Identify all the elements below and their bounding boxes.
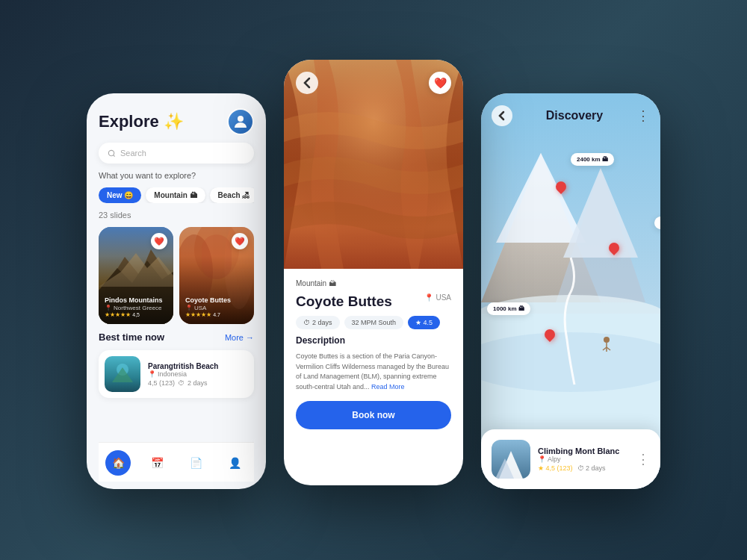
back-button[interactable] [296,72,318,94]
badge-2400-text: 2400 km 🏔 [577,156,608,163]
badge-1000-text: 1000 km 🏔 [493,305,524,312]
svg-point-0 [238,116,244,122]
nav-home[interactable]: 🏠 [105,450,131,476]
detail-meta: ⏱2 days 32 MPM South ★ 4.5 [296,316,451,329]
detail-heart-btn[interactable]: ❤️ [429,72,451,94]
discovery-bottom-card[interactable]: Climbing Mont Blanc 📍Alpy ★ 4,5 (123) ⏱ … [481,429,660,489]
heart-btn-coyote[interactable]: ❤️ [232,233,248,249]
tags-row: New 😄 Mountain 🏔 Beach 🏖 Campi... [99,187,254,203]
explore-header: Explore ✨ [99,108,254,135]
search-placeholder: Search [120,149,146,158]
discovery-back-btn[interactable] [492,105,512,126]
heart-btn-pindos[interactable]: ❤️ [151,233,167,249]
discovery-header: Discovery ⋮ [481,93,660,134]
card-coyote[interactable]: ❤️ Coyote Buttes 📍USA ★★★★★ 4.7 [179,227,254,324]
duration-pill: ⏱2 days [296,316,340,329]
nav-document[interactable]: 📄 [183,450,208,476]
phone-discovery: Discovery ⋮ 2400 km 🏔 1800 km 🏔 1000 km … [481,93,660,489]
beach-location: 📍Indonesia [148,370,248,378]
detail-title: Coyote Buttes [296,293,392,310]
mont-info: Climbing Mont Blanc 📍Alpy ★ 4,5 (123) ⏱ … [538,447,629,472]
search-icon [108,149,116,158]
detail-content: Mountain 🏔 Coyote Buttes 📍USA ⏱2 days 32… [284,269,463,441]
svg-point-1 [108,150,114,155]
card-location-coyote: 📍USA [185,305,231,311]
explore-title: Explore ✨ [99,112,184,131]
card-options-btn[interactable]: ⋮ [636,451,650,467]
explore-sparkle-icon: ✨ [164,112,184,131]
detail-location: 📍USA [424,293,451,302]
explore-subtitle: What you want to explore? [99,171,254,180]
card-info-coyote: Coyote Buttes 📍USA ★★★★★ 4.7 [185,296,231,318]
more-options-btn[interactable]: ⋮ [636,108,650,124]
nav-profile[interactable]: 👤 [222,450,247,476]
card-stars-pindos: ★★★★★ 4,5 [105,311,163,318]
pin-1 [556,181,566,192]
search-bar[interactable]: Search [99,143,254,164]
svg-line-2 [114,155,115,156]
slides-count: 23 slides [99,211,254,220]
tag-new[interactable]: New 😄 [99,187,141,203]
mont-meta: ★ 4,5 (123) ⏱ 2 days [538,464,629,472]
card-stars-coyote: ★★★★★ 4.7 [185,311,231,318]
card-pindos[interactable]: ❤️ Pindos Mountains 📍Northwest Greece ★★… [99,227,173,324]
beach-info: Parangtritish Beach 📍Indonesia 4,5 (123)… [148,362,248,387]
read-more-link[interactable]: Read More [371,383,405,391]
beach-card[interactable]: Parangtritish Beach 📍Indonesia 4,5 (123)… [99,350,254,398]
card-info-pindos: Pindos Mountains 📍Northwest Greece ★★★★★… [105,296,163,318]
tag-mountain[interactable]: Mountain 🏔 [146,187,205,203]
nav-calendar[interactable]: 📅 [144,450,170,476]
canyon-hero: ❤️ [284,60,463,269]
avatar[interactable] [227,108,254,135]
best-time-title: Best time now [99,332,164,343]
beach-image [105,356,140,392]
mont-thumbnail [492,440,530,479]
beach-thumbnail [105,356,140,392]
description-text: Coyote Buttes is a section of the Paria … [296,352,451,392]
card-name-coyote: Coyote Buttes [185,296,231,305]
explore-title-text: Explore [99,112,159,131]
category-tag: Mountain 🏔 [296,279,451,287]
card-name-pindos: Pindos Mountains [105,296,163,305]
discovery-title: Discovery [546,109,604,122]
mont-name: Climbing Mont Blanc [538,447,629,455]
mont-location: 📍Alpy [538,455,629,463]
card-location-pindos: 📍Northwest Greece [105,305,163,311]
phone-detail: ❤️ Mountain 🏔 Coyote Buttes 📍USA ⏱2 days… [284,60,463,485]
best-time-header: Best time now More → [99,332,254,343]
mont-image [492,440,530,479]
rating-pill: ★ 4.5 [408,316,440,329]
direction-pill: 32 MPM South [344,316,404,329]
destination-cards: ❤️ Pindos Mountains 📍Northwest Greece ★★… [99,227,254,324]
description-title: Description [296,335,451,346]
book-now-button[interactable]: Book now [296,401,451,429]
bottom-nav: 🏠 📅 📄 👤 [99,442,254,482]
beach-meta: 4,5 (123) ⏱2 days [148,379,248,387]
pin-2 [609,243,619,253]
svg-point-27 [604,337,610,343]
more-link[interactable]: More → [225,333,254,342]
beach-name: Parangtritish Beach [148,362,248,370]
pin-3 [545,329,555,340]
phone-explore: Explore ✨ Search What you want to explor… [87,93,266,489]
tag-beach[interactable]: Beach 🏖 [210,187,254,203]
